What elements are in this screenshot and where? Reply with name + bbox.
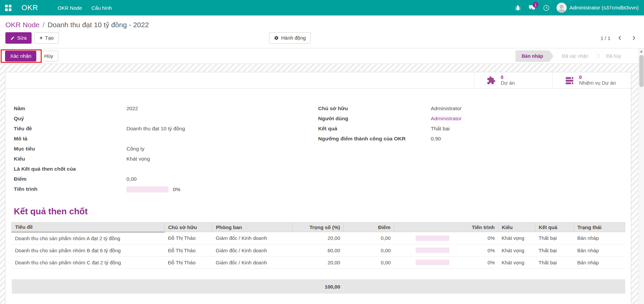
table-row[interactable]: Doanh thu cho sản phẩm nhóm C đạt 2 tỷ đ… [12, 256, 625, 268]
field-value-text: Thất bại [431, 126, 450, 131]
field-label: Tiến trình [14, 186, 126, 192]
column-header[interactable]: Tiêu đề [12, 222, 165, 232]
pager-next-button[interactable] [629, 35, 639, 41]
apps-menu-button[interactable] [0, 0, 16, 15]
vertical-scrollbar[interactable] [638, 48, 644, 304]
field-label: Kết quả [318, 126, 431, 132]
left-field-column: Năm2022QuýTiêu đềDoanh thu đạt 10 tỷ đồn… [14, 105, 318, 196]
cell-kind: Khát vọng [498, 244, 535, 256]
progress-cell: 0% [394, 256, 498, 268]
status-step[interactable]: Đã xác nhận [556, 50, 595, 62]
plus-icon: + [39, 35, 42, 41]
top-navbar: OKR OKR NodeCấu hình [0, 0, 644, 15]
field-row: KiểuKhát vọng [14, 156, 318, 166]
breadcrumb-parent-link[interactable]: OKR Node [5, 21, 40, 29]
field-row: Điểm0,00 [14, 176, 318, 186]
confirm-button[interactable]: Xác nhận [5, 51, 36, 61]
column-header[interactable]: Kiểu [498, 222, 535, 232]
projects-stat-button[interactable]: 0 Dự án [474, 72, 553, 88]
status-step[interactable]: Đã hủy [600, 50, 627, 62]
cell-department: Giám đốc / Kinh doanh [213, 244, 293, 256]
cancel-button[interactable]: Hủy [39, 51, 58, 61]
column-header[interactable]: Tiến trình [394, 222, 498, 232]
column-header[interactable]: Chủ sở hữu [165, 222, 213, 232]
status-step-label: Đã xác nhận [562, 53, 589, 59]
cell-score: 0,00 [344, 244, 394, 256]
pager-previous-button[interactable] [615, 35, 624, 41]
avatar [557, 3, 567, 13]
messages-count-badge: 1 [533, 2, 538, 8]
control-panel-buttons: Sửa + Tạo Hành động 1 / 1 [5, 32, 639, 48]
activities-button[interactable] [539, 0, 553, 15]
weight-total: 100,00 [293, 279, 344, 294]
action-menu-button[interactable]: Hành động [269, 32, 311, 44]
field-value-text: Administrator [431, 105, 461, 111]
debug-button[interactable] [511, 0, 525, 15]
navbar-right: 1 Administrator (s37cmdbt3vvn) [511, 0, 639, 15]
chevron-right-icon [631, 35, 637, 41]
pencil-icon [10, 36, 15, 40]
user-menu[interactable]: Administrator (s37cmdbt3vvn) [553, 3, 639, 13]
project-tasks-label: Nhiệm vụ Dự án [579, 80, 616, 86]
form-view: Xác nhận Hủy Bản nhápĐã xác nhậnĐã hủy 0… [0, 48, 644, 304]
table-row[interactable]: Doanh thu cho sản phẩm nhóm B đạt 6 tỷ đ… [12, 244, 625, 256]
field-row: Người dùngAdministrator [318, 116, 622, 126]
progressbar-track [416, 248, 449, 253]
field-label: Ngưỡng điểm thành công của OKR [318, 136, 431, 142]
cell-weight: 20,00 [293, 256, 344, 268]
project-tasks-stat-button[interactable]: 0 Nhiệm vụ Dự án [553, 72, 631, 88]
status-pipeline: Bản nhápĐã xác nhậnĐã hủy [516, 50, 627, 62]
create-button-label: Tạo [45, 35, 54, 41]
field-row: Tiêu đềDoanh thu đạt 10 tỷ đồng [14, 126, 318, 136]
field-label: Năm [14, 105, 126, 112]
progressbar-track [416, 260, 449, 265]
cell-result: Thất bại [535, 256, 574, 268]
field-row: Kết quảThất bại [318, 126, 622, 136]
app-brand[interactable]: OKR [22, 3, 38, 12]
field-value: Công ty [126, 146, 144, 152]
nav-menu-item[interactable]: OKR Node [53, 1, 87, 15]
cell-result: Thất bại [535, 232, 574, 245]
cell-department: Giám đốc / Kinh doanh [213, 256, 293, 268]
right-field-column: Chủ sở hữuAdministratorNgười dùngAdminis… [318, 105, 622, 196]
status-step[interactable]: Bản nháp [516, 50, 549, 62]
table-body: Doanh thu cho sản phẩm nhóm A đạt 2 tỷ đ… [12, 232, 625, 269]
cell-status: Bản nháp [574, 256, 625, 268]
control-panel: OKR Node/Doanh thu đạt 10 tỷ đồng - 2022… [0, 15, 644, 48]
column-header[interactable]: Trọng số (%) [293, 222, 344, 232]
pipeline-separator-icon [594, 53, 600, 59]
field-label: Mô tả [14, 136, 126, 142]
nav-menu-item[interactable]: Cấu hình [87, 1, 117, 15]
cell-status: Bản nháp [574, 244, 625, 256]
column-header[interactable]: Trạng thái [574, 222, 625, 232]
cell-score: 0,00 [344, 232, 394, 245]
bug-icon [515, 4, 521, 11]
cell-kind: Khát vọng [498, 256, 535, 268]
field-value: Khát vọng [126, 156, 150, 162]
field-value-text: Công ty [126, 146, 144, 151]
scroll-up-arrow-icon[interactable] [639, 48, 644, 54]
stat-text: 0 Dự án [501, 75, 515, 86]
edit-button[interactable]: Sửa [5, 32, 32, 44]
column-header[interactable]: Phòng ban [213, 222, 293, 232]
scrollbar-thumb[interactable] [639, 55, 644, 87]
field-value-text: 0,90 [431, 136, 441, 141]
field-value-link[interactable]: Administrator [431, 116, 461, 121]
cell-score: 0,00 [344, 256, 394, 268]
table-row[interactable]: Doanh thu cho sản phẩm nhóm A đạt 2 tỷ đ… [12, 232, 625, 245]
progress-value: 0% [488, 235, 495, 241]
messages-button[interactable]: 1 [525, 0, 539, 15]
field-value: Administrator [431, 105, 461, 112]
cell-department: Giám đốc / Kinh doanh [213, 232, 293, 245]
column-header[interactable]: Điểm [344, 222, 394, 232]
field-value: Doanh thu đạt 10 tỷ đồng [126, 126, 185, 132]
cell-kind: Khát vọng [498, 232, 535, 245]
progress-cell: 0% [394, 244, 498, 256]
create-button[interactable]: + Tạo [34, 32, 59, 44]
field-value: 0% [126, 186, 180, 192]
column-header[interactable]: Kết quả [535, 222, 574, 232]
edit-button-label: Sửa [17, 35, 27, 41]
stat-text: 0 Nhiệm vụ Dự án [579, 75, 616, 86]
progressbar-value: 0% [173, 186, 180, 192]
field-row: Mục tiêuCông ty [14, 146, 318, 156]
